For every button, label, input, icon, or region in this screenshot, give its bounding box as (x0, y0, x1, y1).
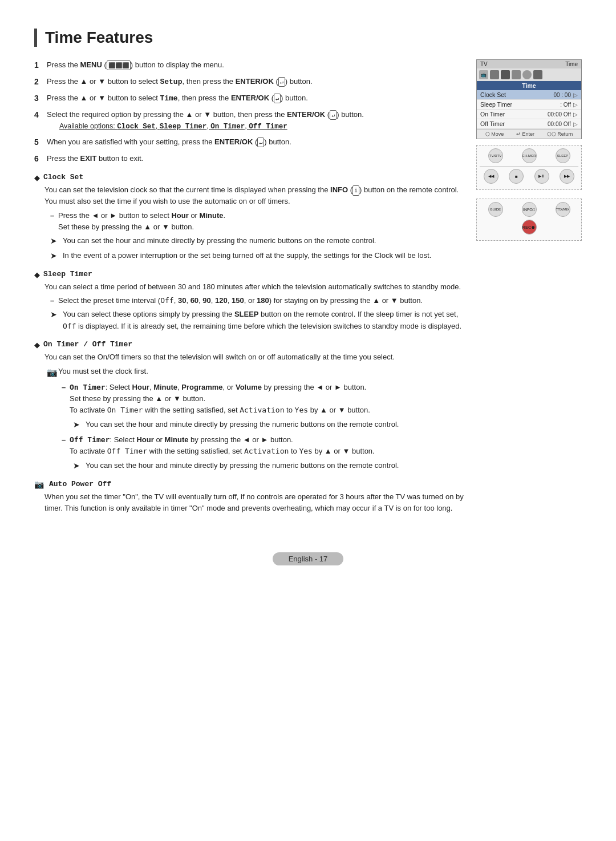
enter-icon-3: ↵ (274, 94, 281, 103)
guide-btn[interactable]: GUIDE (488, 202, 503, 217)
off-timer-arrow1-text: You can set the hour and minute directly… (86, 460, 399, 472)
tv-on-arrow: ▷ (573, 111, 578, 118)
images-column: TV Time 📺 Time Clock Set 00 : 00 ▷ (476, 59, 582, 518)
on-timer-sub1: – On Timer: Select Hour, Minute, Program… (62, 382, 465, 416)
on-off-timer-section: ◆ On Timer / Off Timer You can set the O… (34, 340, 465, 472)
clock-arrow1-text: You can set the hour and minute directly… (63, 235, 376, 248)
tv-icon-3 (501, 70, 510, 79)
clock-set-para: You can set the television clock so that… (44, 184, 465, 207)
empty-btn-1 (488, 220, 503, 234)
available-options: Available options: Clock Set, Sleep Time… (59, 122, 287, 130)
arrow-sym-4: ➤ (73, 419, 86, 431)
diamond-icon-3: ◆ (34, 341, 40, 349)
tv-menu-row-clockset: Clock Set 00 : 00 ▷ (477, 90, 581, 100)
rew-group: ◀◀ (484, 169, 499, 184)
tv-icon-2 (490, 70, 499, 79)
step-2: 2 Press the ▲ or ▼ button to select Setu… (34, 76, 465, 88)
tv-clock-set-value: 00 : 00 (553, 92, 571, 98)
tv-dtv-btn[interactable]: TV/DTV (488, 148, 503, 163)
page-wrapper: Time Features 1 Press the MENU (⬛⬛⬛) but… (34, 29, 582, 565)
step-5: 5 When you are satisfied with your setti… (34, 136, 465, 148)
auto-power-off-heading: 📷 Auto Power Off (34, 480, 465, 489)
tv-icon-5 (522, 70, 532, 79)
step-3: 3 Press the ▲ or ▼ button to select Time… (34, 92, 465, 104)
tv-off-arrow: ▷ (573, 121, 578, 127)
remote-row-1: TV/DTV CH.MGR SLEEP (480, 148, 578, 163)
stop-btn[interactable]: ■ (509, 169, 524, 184)
auto-power-off-section: 📷 Auto Power Off When you set the timer … (34, 480, 465, 514)
ch-mgr-btn[interactable]: CH.MGR (522, 148, 537, 163)
sub-dash-1: – (50, 210, 58, 233)
clock-first-note: 📷 You must set the clock first. (47, 366, 465, 379)
on-off-timer-para: You can set the On/Off timers so that th… (44, 351, 465, 363)
on-off-timer-title: On Timer / Off Timer (43, 340, 132, 349)
step-4: 4 Select the required option by pressing… (34, 109, 465, 132)
clock-set-title: Clock Set (43, 173, 83, 181)
ff-btn[interactable]: ▶▶ (560, 169, 574, 184)
sleep-arrow1-text: You can select these options simply by p… (63, 309, 465, 331)
step-6-text: Press the EXIT button to exit. (47, 153, 465, 165)
rec-group: REC⏺ (522, 220, 537, 234)
clock-set-section: ◆ Clock Set You can set the television c… (34, 173, 465, 262)
tv-sleep-value: : Off (560, 102, 571, 108)
clock-set-heading: ◆ Clock Set (34, 173, 465, 182)
clock-arrow1: ➤ You can set the hour and minute direct… (50, 235, 465, 248)
tv-on-value: 00:00 Off (548, 111, 571, 118)
step-1-text: Press the MENU (⬛⬛⬛) button to display t… (47, 59, 465, 71)
menu-icon: ⬛⬛⬛ (107, 60, 131, 70)
tv-sleep-label: Sleep Timer (480, 101, 558, 108)
sub-dash-3: – (62, 382, 70, 416)
tv-menu-header-right: Time (565, 61, 578, 67)
clock-set-body: You can set the television clock so that… (44, 184, 465, 262)
rew-btn[interactable]: ◀◀ (484, 169, 499, 184)
note-sym-1: 📷 (47, 366, 58, 379)
tv-menu-row-on: On Timer 00:00 Off ▷ (477, 110, 581, 119)
step-3-text: Press the ▲ or ▼ button to select Time, … (47, 92, 465, 104)
remote-panel-1: TV/DTV CH.MGR SLEEP ◀◀ ■ (476, 145, 582, 190)
footer-badge: English - 17 (273, 552, 344, 565)
auto-power-off-para: When you set the timer "On", the TV will… (44, 491, 465, 514)
step-4-text: Select the required option by pressing t… (47, 109, 465, 132)
page-title: Time Features (34, 29, 582, 47)
tv-menu-mockup: TV Time 📺 Time Clock Set 00 : 00 ▷ (476, 59, 582, 139)
auto-power-off-body: When you set the timer "On", the TV will… (44, 491, 465, 514)
step-5-num: 5 (34, 136, 47, 148)
tv-footer-enter: ↵ Enter (516, 131, 534, 137)
arrow-sym-1: ➤ (50, 235, 63, 248)
enter-icon-5: ↵ (257, 138, 264, 147)
remote-divider-1 (480, 166, 578, 167)
tv-off-value: 00:00 Off (548, 121, 571, 127)
tv-menu-icons-row: 📺 (477, 68, 581, 81)
off-timer-block: – Off Timer: Select Hour or Minute by pr… (56, 434, 465, 472)
on-timer-block: – On Timer: Select Hour, Minute, Program… (56, 382, 465, 431)
tv-menu-footer: ⬡ Move ↵ Enter ⬡⬡ Return (477, 129, 581, 139)
clock-arrow2-text: In the event of a power interruption or … (63, 250, 431, 262)
sub-dash-2: – (50, 295, 58, 306)
tv-footer-return: ⬡⬡ Return (547, 131, 573, 137)
tv-menu-row-sleep: Sleep Timer : Off ▷ (477, 100, 581, 110)
tv-menu-time-title: Time (477, 81, 581, 90)
sleep-sub1-text: Select the preset time interval (Off, 30… (58, 295, 423, 306)
rec-btn[interactable]: REC⏺ (522, 220, 537, 234)
remote-row-3: GUIDE INFO□ TTX/MIX (480, 202, 578, 217)
empty-btn-2 (556, 220, 570, 234)
tv-clock-set-arrow: ▷ (573, 92, 578, 98)
off-timer-sub1: – Off Timer: Select Hour or Minute by pr… (62, 434, 465, 457)
on-off-timer-body: You can set the On/Off timers so that th… (44, 351, 465, 472)
footer-bar: English - 17 (34, 552, 582, 565)
sub-dash-4: – (62, 434, 70, 457)
enter-icon-2: ↵ (278, 77, 285, 87)
ttx-btn[interactable]: TTX/MIX (556, 202, 570, 217)
enter-icon-4: ↵ (330, 110, 337, 120)
play-btn[interactable]: ▶⏸ (534, 169, 549, 184)
step-5-text: When you are satisfied with your setting… (47, 136, 465, 148)
remote-panel-2: GUIDE INFO□ TTX/MIX REC⏺ (476, 199, 582, 241)
sleep-btn[interactable]: SLEEP (556, 148, 570, 163)
info-btn[interactable]: INFO□ (522, 202, 537, 217)
info-group: INFO□ (522, 202, 537, 217)
tv-icon-6 (533, 70, 542, 79)
tv-menu-header: TV Time (477, 60, 581, 68)
tv-dtv-group: TV/DTV (488, 148, 503, 163)
on-timer-text: On Timer: Select Hour, Minute, Programme… (70, 382, 370, 416)
tv-menu-row-off: Off Timer 00:00 Off ▷ (477, 119, 581, 129)
